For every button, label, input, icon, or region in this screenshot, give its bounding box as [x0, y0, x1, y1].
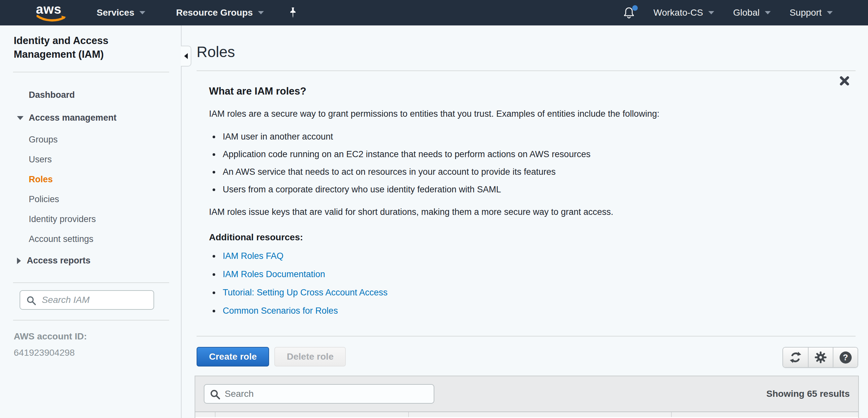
- sidebar-item-groups[interactable]: Groups: [0, 130, 181, 150]
- sidebar-divider: [13, 282, 169, 283]
- chevron-down-icon: [17, 116, 24, 120]
- main-content: Roles What are IAM roles? IAM roles are …: [182, 26, 868, 418]
- sidebar-title: Identity and Access Management (IAM): [14, 34, 141, 61]
- link-tutorial-cross-account-access[interactable]: Tutorial: Setting Up Cross Account Acces…: [223, 287, 388, 298]
- sidebar-item-roles[interactable]: Roles: [0, 170, 181, 189]
- chevron-down-icon: [140, 11, 145, 14]
- close-icon[interactable]: [839, 75, 850, 87]
- aws-smile-icon: [37, 15, 67, 22]
- sidebar-section-label: Access reports: [27, 256, 90, 266]
- top-navigation-bar: aws Services Resource Groups Workato-CS: [0, 0, 868, 26]
- sidebar-item-list: Groups Users Roles Policies Identity pro…: [0, 130, 181, 249]
- info-bullet: Users from a corporate directory who use…: [220, 184, 784, 195]
- sidebar-divider: [13, 320, 169, 320]
- nav-account-menu[interactable]: Workato-CS: [653, 7, 714, 18]
- search-iam-input[interactable]: [20, 291, 154, 309]
- chevron-down-icon: [827, 11, 833, 14]
- create-role-button[interactable]: Create role: [196, 347, 269, 367]
- page-title: Roles: [196, 43, 235, 61]
- nav-resource-groups-menu[interactable]: Resource Groups: [176, 7, 264, 18]
- nav-support-label: Support: [789, 7, 822, 18]
- section-divider: [196, 336, 856, 337]
- search-icon: [210, 389, 221, 400]
- nav-services-label: Services: [97, 7, 134, 18]
- chevron-right-icon: [17, 257, 21, 264]
- additional-resources-heading: Additional resources:: [209, 232, 784, 243]
- aws-account-id-label: AWS account ID:: [14, 331, 87, 342]
- aws-logo[interactable]: aws: [36, 3, 67, 22]
- nav-support-menu[interactable]: Support: [789, 7, 833, 18]
- nav-resource-groups-label: Resource Groups: [176, 7, 253, 18]
- nav-region-menu[interactable]: Global: [733, 7, 771, 18]
- aws-account-id-value: 641923904298: [14, 348, 75, 358]
- sidebar-collapse-toggle[interactable]: [181, 46, 191, 67]
- info-bullet: Application code running on an EC2 insta…: [220, 149, 784, 160]
- info-bullet: IAM user in another account: [220, 132, 784, 142]
- pushpin-icon: [289, 7, 297, 19]
- link-iam-roles-documentation[interactable]: IAM Roles Documentation: [223, 269, 325, 279]
- sidebar-item-users[interactable]: Users: [0, 150, 181, 170]
- list-item: Tutorial: Setting Up Cross Account Acces…: [220, 287, 784, 298]
- topnav-right-section: Workato-CS Global Support: [623, 6, 868, 19]
- list-item: Common Scenarios for Roles: [220, 306, 784, 316]
- settings-button[interactable]: [808, 348, 833, 367]
- table-header-checkbox-column[interactable]: [195, 412, 216, 417]
- roles-search-box: [204, 384, 434, 404]
- sidebar-item-policies[interactable]: Policies: [0, 189, 181, 209]
- chevron-down-icon: [765, 11, 771, 14]
- aws-logo-text: aws: [36, 3, 67, 15]
- roles-table-header: [195, 412, 859, 417]
- table-header-cell[interactable]: [409, 412, 672, 417]
- actions-toolbar: Create role Delete role: [196, 347, 346, 367]
- nav-region-label: Global: [733, 7, 760, 18]
- table-header-cell[interactable]: [216, 412, 409, 417]
- resource-link-list: IAM Roles FAQ IAM Roles Documentation Tu…: [220, 251, 784, 316]
- roles-search-input[interactable]: [205, 385, 434, 403]
- iam-roles-info-panel: What are IAM roles? IAM roles are a secu…: [209, 85, 784, 328]
- list-item: IAM Roles Documentation: [220, 269, 784, 279]
- sidebar-item-identity-providers[interactable]: Identity providers: [0, 209, 181, 229]
- nav-services-menu[interactable]: Services: [97, 7, 145, 18]
- results-count: Showing 65 results: [767, 389, 850, 399]
- sidebar-item-account-settings[interactable]: Account settings: [0, 229, 181, 249]
- table-settings-button-group: ?: [782, 347, 858, 368]
- notification-badge: [632, 5, 638, 11]
- refresh-icon: [789, 351, 802, 363]
- chevron-down-icon: [708, 11, 714, 14]
- sidebar-divider: [13, 72, 169, 72]
- sidebar-item-dashboard[interactable]: Dashboard: [29, 90, 75, 100]
- info-bullet-list: IAM user in another account Application …: [220, 132, 784, 195]
- info-panel-intro: IAM roles are a secure way to grant perm…: [209, 108, 784, 119]
- list-item: IAM Roles FAQ: [220, 251, 784, 261]
- help-button[interactable]: ?: [833, 348, 858, 367]
- info-panel-note: IAM roles issue keys that are valid for …: [209, 207, 784, 217]
- chevron-left-icon: [184, 53, 188, 59]
- info-panel-heading: What are IAM roles?: [209, 85, 784, 97]
- title-divider: [196, 70, 856, 71]
- refresh-button[interactable]: [783, 348, 808, 367]
- pin-shortcuts-button[interactable]: [289, 7, 297, 19]
- sidebar-section-access-reports[interactable]: Access reports: [17, 256, 90, 266]
- help-icon: ?: [840, 351, 852, 363]
- chevron-down-icon: [258, 11, 264, 14]
- link-common-scenarios-for-roles[interactable]: Common Scenarios for Roles: [223, 306, 338, 316]
- link-iam-roles-faq[interactable]: IAM Roles FAQ: [223, 251, 283, 261]
- delete-role-button[interactable]: Delete role: [274, 347, 346, 367]
- sidebar-section-access-management[interactable]: Access management: [17, 113, 117, 123]
- nav-account-label: Workato-CS: [653, 7, 703, 18]
- notifications-button[interactable]: [623, 6, 634, 19]
- gear-icon: [814, 351, 827, 363]
- sidebar-search-box: [20, 290, 154, 310]
- sidebar-section-label: Access management: [29, 113, 117, 123]
- table-header-cell[interactable]: [672, 412, 858, 417]
- search-icon: [26, 295, 37, 306]
- info-bullet: An AWS service that needs to act on reso…: [220, 167, 784, 177]
- iam-sidebar: Identity and Access Management (IAM) Das…: [0, 26, 182, 418]
- roles-table-toolbar: Showing 65 results: [195, 376, 859, 412]
